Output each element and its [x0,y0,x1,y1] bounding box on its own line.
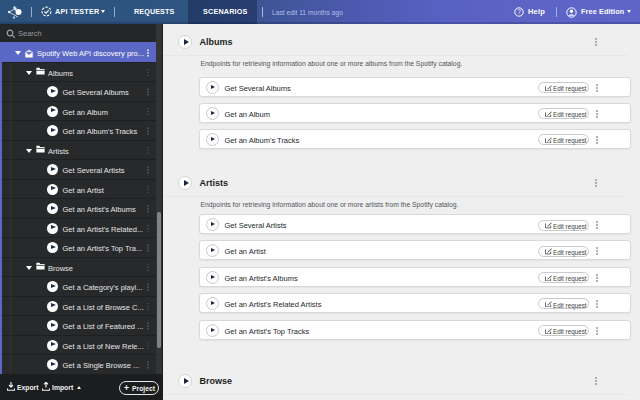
svg-text:?: ? [517,8,521,15]
